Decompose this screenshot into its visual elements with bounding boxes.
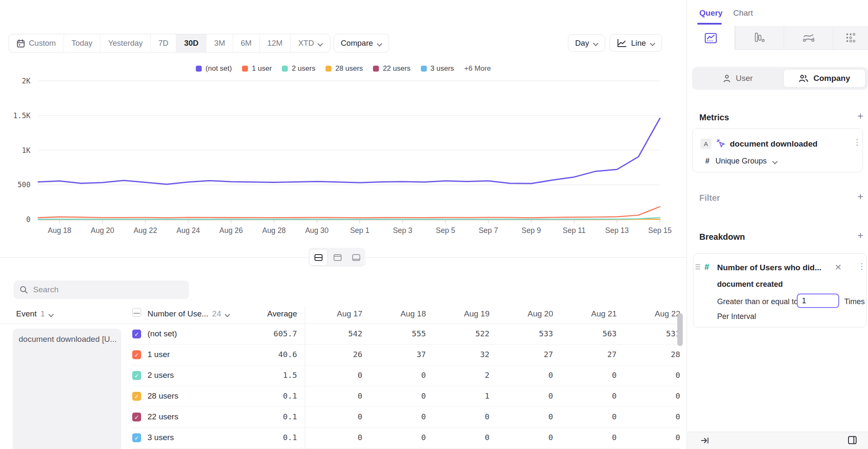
- date-column-header: Aug 21: [564, 309, 617, 319]
- row-label: 28 users: [147, 391, 178, 401]
- event-count: 1: [41, 309, 45, 319]
- breakdown-event: document created: [717, 280, 783, 289]
- row-date-value: 522: [437, 329, 490, 338]
- x-axis-tick-label: Aug 28: [262, 226, 286, 235]
- breakdown-value-input[interactable]: [797, 294, 839, 308]
- y-axis-tick-label: 2K: [22, 77, 31, 85]
- select-all-checkbox[interactable]: —: [132, 308, 141, 317]
- sidebar-toggle-icon[interactable]: [847, 435, 857, 447]
- row-date-value: 0: [373, 412, 426, 421]
- row-date-value: 2: [437, 371, 490, 380]
- event-column-header[interactable]: Event 1: [16, 309, 53, 319]
- date-column-header: Aug 20: [501, 309, 553, 319]
- measure-dropdown[interactable]: Unique Groups: [715, 157, 767, 166]
- x-axis-tick-label: Sep 7: [479, 226, 498, 235]
- x-axis-tick-label: Aug 18: [48, 226, 71, 235]
- chart-type-flow-button[interactable]: [784, 26, 833, 50]
- metric-name: document downloaded: [730, 139, 818, 149]
- drag-handle-icon[interactable]: [696, 264, 700, 271]
- row-checkbox[interactable]: ✓: [132, 350, 141, 359]
- row-date-value: 542: [310, 329, 362, 338]
- add-metric-button[interactable]: +: [856, 112, 865, 121]
- table-only-icon: [352, 254, 360, 261]
- range-button-7d[interactable]: 7D: [150, 34, 176, 52]
- row-date-value: 37: [373, 350, 426, 359]
- date-range-group: CustomTodayYesterday7D30D3M6M12MXTD: [8, 34, 331, 53]
- collapse-panel-icon[interactable]: [700, 436, 709, 447]
- table-scrollbar[interactable]: [677, 313, 683, 346]
- chart-type-line-button[interactable]: [687, 26, 735, 50]
- interval-dropdown[interactable]: Day: [568, 34, 605, 52]
- search-box[interactable]: [14, 280, 189, 299]
- range-button-6m[interactable]: 6M: [233, 34, 259, 52]
- entity-company-segment[interactable]: Company: [783, 69, 865, 88]
- chevron-down-icon: [773, 159, 777, 164]
- range-button-xtd[interactable]: XTD: [290, 34, 330, 52]
- row-date-value: 563: [564, 329, 617, 338]
- range-button-12m[interactable]: 12M: [259, 34, 290, 52]
- row-date-value: 555: [373, 329, 426, 338]
- range-button-yesterday[interactable]: Yesterday: [100, 34, 150, 52]
- x-axis-tick-label: Aug 20: [91, 226, 114, 235]
- range-label: Today: [72, 39, 92, 48]
- range-label: Yesterday: [108, 39, 143, 48]
- event-header-label: Event: [16, 309, 37, 319]
- chart-type-bar-button[interactable]: [735, 26, 784, 50]
- row-checkbox[interactable]: ✓: [132, 433, 141, 442]
- row-checkbox[interactable]: ✓: [132, 392, 141, 401]
- line-chart-icon: [617, 39, 627, 48]
- row-average-value: 0.1: [237, 433, 297, 442]
- table-header: Event 1 — Number of Use... 24 Average Au…: [0, 306, 680, 324]
- date-column-header: Aug 18: [373, 309, 426, 319]
- event-pill[interactable]: document downloaded [U...: [13, 329, 121, 449]
- bar-chart-icon: [754, 32, 765, 44]
- tab-chart[interactable]: Chart: [733, 8, 753, 18]
- series-line--not-set-[interactable]: [38, 118, 660, 184]
- range-label: 6M: [241, 39, 252, 48]
- row-checkbox[interactable]: ✓: [132, 330, 141, 338]
- row-date-value: 27: [564, 350, 617, 359]
- add-filter-button[interactable]: +: [856, 192, 865, 202]
- metric-card[interactable]: A document downloaded ⋮ # Unique Groups: [692, 128, 863, 172]
- row-average-value: 605.7: [237, 329, 297, 338]
- row-date-value: 1: [437, 391, 490, 400]
- kebab-menu-icon[interactable]: ⋮: [858, 265, 860, 268]
- layout-chart-only-button[interactable]: [328, 249, 346, 266]
- x-axis-tick-label: Sep 5: [436, 226, 455, 235]
- series-line-1-user[interactable]: [38, 207, 660, 218]
- range-label: 3M: [214, 39, 225, 48]
- line-chart-tab-icon: [704, 32, 717, 44]
- row-average-value: 0.1: [237, 391, 297, 400]
- x-axis-tick-label: Sep 15: [648, 226, 671, 235]
- chart-type-dropdown[interactable]: Line: [609, 34, 662, 52]
- row-divider: [132, 448, 680, 449]
- chart-type-grid-button[interactable]: [833, 26, 868, 50]
- breakdown-title: Number of Users who did...: [717, 263, 821, 272]
- row-label: 1 user: [147, 350, 170, 359]
- range-label: 30D: [184, 39, 198, 48]
- compare-button[interactable]: Compare: [334, 34, 389, 53]
- row-average-value: 1.5: [237, 371, 297, 380]
- y-axis-tick-label: 0: [26, 215, 31, 224]
- range-button-custom[interactable]: Custom: [9, 34, 64, 52]
- layout-split-view-button[interactable]: [309, 249, 328, 266]
- row-checkbox[interactable]: ✓: [132, 371, 141, 380]
- range-button-30d[interactable]: 30D: [176, 34, 206, 52]
- group-column-header[interactable]: Number of Use... 24: [147, 309, 230, 319]
- search-input[interactable]: [33, 285, 183, 294]
- entity-user-segment[interactable]: User: [692, 67, 783, 90]
- company-segment-label: Company: [813, 74, 850, 83]
- row-checkbox[interactable]: ✓: [132, 413, 141, 421]
- hash-icon: #: [704, 262, 709, 272]
- layout-table-only-button[interactable]: [347, 249, 365, 266]
- range-button-today[interactable]: Today: [64, 34, 100, 52]
- add-breakdown-button[interactable]: +: [856, 231, 865, 241]
- row-date-value: 0: [373, 433, 426, 442]
- tab-query[interactable]: Query: [699, 8, 723, 18]
- range-button-3m[interactable]: 3M: [206, 34, 233, 52]
- kebab-menu-icon[interactable]: ⋮: [853, 141, 856, 144]
- calendar-icon: [17, 39, 25, 48]
- row-date-value: 0: [501, 433, 553, 442]
- close-icon[interactable]: ✕: [835, 262, 842, 272]
- row-date-value: 0: [628, 412, 680, 421]
